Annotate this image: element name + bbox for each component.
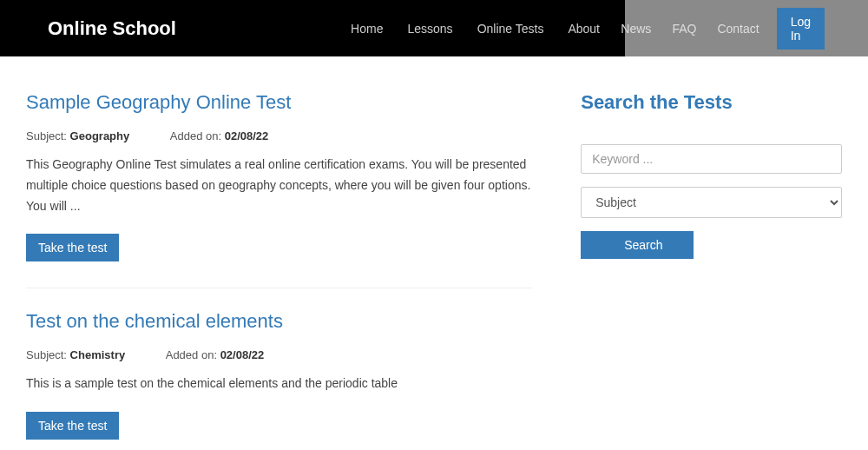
added-label: Added on: xyxy=(170,129,221,142)
header: Online School Home Lessons Online Tests … xyxy=(0,0,868,56)
navbar: Online School Home Lessons Online Tests … xyxy=(0,0,625,56)
test-title: Test on the chemical elements xyxy=(26,310,532,333)
nav-lessons[interactable]: Lessons xyxy=(395,22,464,36)
test-title-link[interactable]: Test on the chemical elements xyxy=(26,310,283,332)
test-item: Test on the chemical elements Subject: C… xyxy=(26,310,532,450)
nav-contact[interactable]: Contact xyxy=(707,22,769,36)
nav-about[interactable]: About xyxy=(556,22,612,36)
primary-nav: Home Lessons Online Tests About xyxy=(339,22,625,36)
added-value: 02/08/22 xyxy=(225,129,269,142)
brand-link[interactable]: Online School xyxy=(48,17,176,39)
test-meta: Subject: Geography Added on: 02/08/22 xyxy=(26,129,532,142)
nav-home[interactable]: Home xyxy=(339,22,395,36)
keyword-input[interactable] xyxy=(581,144,842,174)
nav-news[interactable]: News xyxy=(610,22,661,36)
test-title: Sample Geography Online Test xyxy=(26,91,532,114)
added-label: Added on: xyxy=(166,348,217,361)
test-item: Sample Geography Online Test Subject: Ge… xyxy=(26,91,532,288)
added-value: 02/08/22 xyxy=(220,348,265,361)
nav-online-tests[interactable]: Online Tests xyxy=(465,22,556,36)
nav-faq[interactable]: FAQ xyxy=(661,22,707,36)
subject-value: Chemistry xyxy=(70,348,126,361)
subject-value: Geography xyxy=(70,129,130,142)
test-list: Sample Geography Online Test Subject: Ge… xyxy=(26,91,532,450)
secondary-nav: News FAQ Contact Log In xyxy=(625,0,868,56)
subject-label: Subject: xyxy=(26,129,67,142)
search-button[interactable]: Search xyxy=(581,231,694,259)
search-sidebar: Search the Tests Subject Search xyxy=(581,91,842,450)
login-button[interactable]: Log In xyxy=(777,8,825,50)
search-heading: Search the Tests xyxy=(581,91,842,114)
take-test-button[interactable]: Take the test xyxy=(26,412,119,440)
test-meta: Subject: Chemistry Added on: 02/08/22 xyxy=(26,348,532,361)
test-title-link[interactable]: Sample Geography Online Test xyxy=(26,91,291,113)
subject-label: Subject: xyxy=(26,348,67,361)
brand-area: Online School xyxy=(0,17,176,40)
main-content: Sample Geography Online Test Subject: Ge… xyxy=(26,56,842,450)
test-description: This Geography Online Test simulates a r… xyxy=(26,155,532,216)
subject-select[interactable]: Subject xyxy=(581,187,842,218)
take-test-button[interactable]: Take the test xyxy=(26,234,119,261)
test-description: This is a sample test on the chemical el… xyxy=(26,374,532,394)
